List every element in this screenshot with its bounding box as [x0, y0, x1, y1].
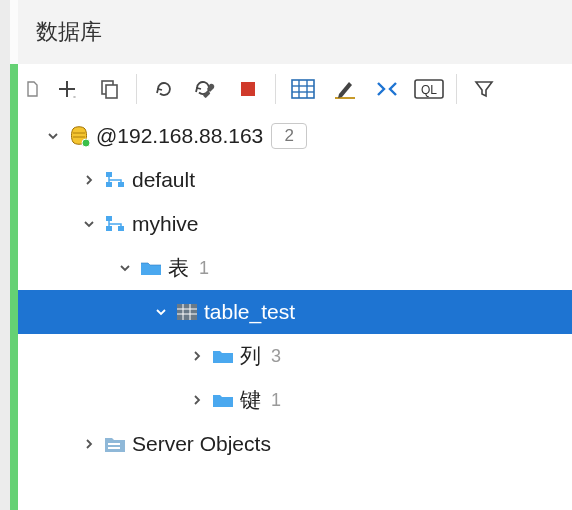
- configure-connection-button[interactable]: [187, 70, 225, 108]
- collapse-button[interactable]: [368, 70, 406, 108]
- schema-label: myhive: [130, 212, 199, 236]
- stop-icon: [238, 79, 258, 99]
- schema-icon: [100, 170, 130, 190]
- filter-button[interactable]: [465, 70, 503, 108]
- connection-label: @192.168.88.163: [94, 124, 263, 148]
- svg-point-12: [82, 139, 90, 147]
- server-objects-icon: [100, 434, 130, 454]
- duplicate-button[interactable]: [90, 70, 128, 108]
- expand-arrow-icon[interactable]: [186, 394, 208, 406]
- folder-label: 列: [238, 342, 261, 370]
- table-node-table_test[interactable]: table_test: [18, 290, 572, 334]
- left-gutter: [0, 0, 10, 510]
- folder-label: 键: [238, 386, 261, 414]
- svg-rect-15: [118, 182, 124, 187]
- item-count: 1: [199, 258, 209, 279]
- tab-database[interactable]: 数据库: [18, 0, 124, 64]
- refresh-icon: [153, 78, 175, 100]
- toolbar-separator: [456, 74, 457, 104]
- funnel-icon: [474, 79, 494, 99]
- svg-rect-1: [106, 85, 117, 98]
- svg-rect-25: [108, 447, 120, 449]
- edit-button[interactable]: [326, 70, 364, 108]
- svg-rect-17: [106, 226, 112, 231]
- expand-arrow-icon[interactable]: [78, 438, 100, 450]
- app-frame: 数据库: [0, 0, 572, 510]
- folder-icon: [208, 347, 238, 365]
- svg-rect-19: [177, 304, 197, 320]
- folder-label: Server Objects: [130, 432, 271, 456]
- data-grid-button[interactable]: [284, 70, 322, 108]
- svg-text:QL: QL: [421, 83, 437, 97]
- folder-icon: [136, 259, 166, 277]
- toolbar: QL: [18, 64, 572, 115]
- folder-label: 表: [166, 254, 189, 282]
- keys-folder-node[interactable]: 键 1: [18, 378, 572, 422]
- expand-arrow-icon[interactable]: [114, 262, 136, 274]
- toolbar-separator: [136, 74, 137, 104]
- schema-icon: [100, 214, 130, 234]
- svg-rect-24: [108, 443, 120, 445]
- refresh-wrench-icon: [193, 78, 219, 100]
- tab-label: 数据库: [36, 19, 102, 44]
- svg-rect-16: [106, 216, 112, 221]
- plus-icon: [56, 78, 78, 100]
- svg-rect-14: [106, 182, 112, 187]
- table-icon: [172, 303, 202, 321]
- stop-button[interactable]: [229, 70, 267, 108]
- table-label: table_test: [202, 300, 295, 324]
- pencil-icon: [333, 78, 357, 100]
- database-tree: @192.168.88.163 2 default: [18, 114, 572, 510]
- folder-icon: [208, 391, 238, 409]
- svg-rect-18: [118, 226, 124, 231]
- hive-connection-icon: [64, 125, 94, 147]
- copy-icon: [98, 78, 120, 100]
- sql-icon: QL: [414, 78, 444, 100]
- sql-console-button[interactable]: QL: [410, 70, 448, 108]
- tables-folder-node[interactable]: 表 1: [18, 246, 572, 290]
- expand-arrow-icon[interactable]: [78, 218, 100, 230]
- grid-icon: [291, 79, 315, 99]
- svg-rect-4: [292, 80, 314, 98]
- item-count: 1: [271, 390, 281, 411]
- expand-arrow-icon[interactable]: [186, 350, 208, 362]
- schema-node-myhive[interactable]: myhive: [18, 202, 572, 246]
- schema-label: default: [130, 168, 195, 192]
- svg-rect-13: [106, 172, 112, 177]
- server-objects-node[interactable]: Server Objects: [18, 422, 572, 466]
- refresh-button[interactable]: [145, 70, 183, 108]
- expand-arrow-icon[interactable]: [42, 130, 64, 142]
- active-panel-accent: [10, 64, 18, 510]
- expand-arrow-icon[interactable]: [78, 174, 100, 186]
- svg-rect-2: [203, 90, 211, 98]
- item-count: 3: [271, 346, 281, 367]
- schema-count-badge: 2: [271, 123, 307, 149]
- connection-node[interactable]: @192.168.88.163 2: [18, 114, 572, 158]
- collapse-icon: [374, 79, 400, 99]
- schema-node-default[interactable]: default: [18, 158, 572, 202]
- expand-arrow-icon[interactable]: [150, 306, 172, 318]
- add-button[interactable]: [48, 70, 86, 108]
- svg-rect-3: [241, 82, 255, 96]
- toolbar-separator: [275, 74, 276, 104]
- tab-bar: 数据库: [18, 0, 572, 65]
- toolbar-edge-icon[interactable]: [24, 70, 44, 108]
- columns-folder-node[interactable]: 列 3: [18, 334, 572, 378]
